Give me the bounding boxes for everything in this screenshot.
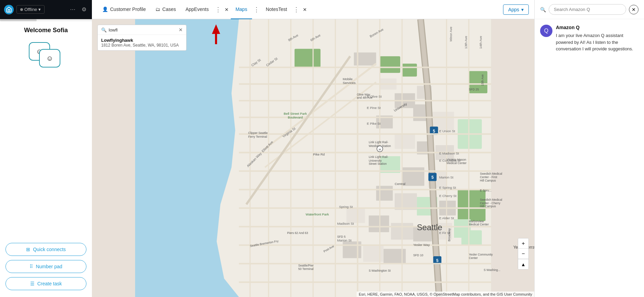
tab-appevents[interactable]: AppEvents: [181, 0, 214, 19]
svg-text:Link Light Rail-: Link Light Rail-: [369, 156, 388, 159]
svg-text:SFD 5: SFD 5: [337, 235, 346, 238]
chat-bubble-2: ☺: [39, 49, 60, 67]
svg-rect-25: [346, 208, 365, 223]
svg-text:Marion St: Marion St: [337, 238, 351, 242]
tab-label-maps: Maps: [236, 7, 247, 12]
svg-rect-32: [363, 245, 383, 262]
status-label: Offline: [24, 7, 37, 12]
customer-profile-icon: 👤: [102, 7, 108, 12]
result-name: Lowflyinghawk: [101, 38, 183, 43]
svg-text:Center: Center: [469, 256, 478, 260]
map-search-input[interactable]: [109, 27, 177, 33]
svg-text:Virginia Mason: Virginia Mason: [446, 158, 466, 161]
map-zoom-controls: + − ▲: [518, 238, 529, 270]
svg-text:Spring St: Spring St: [339, 205, 353, 209]
amazon-q-logo: Q: [544, 28, 548, 34]
sidebar-main-content: Welcome Sofia ☺ ☺ ⊞ Quick connects ⠿ Num…: [0, 21, 92, 297]
svg-rect-3: [402, 64, 417, 77]
top-bar: Offline ▾ ⋯ ⚙: [0, 0, 92, 19]
number-pad-button[interactable]: ⠿ Number pad: [5, 260, 86, 273]
offline-status-button[interactable]: Offline ▾: [16, 5, 45, 14]
result-address: 1812 Boren Ave, Seattle, WA, 98101, USA: [101, 43, 183, 48]
svg-text:Seattle/Pier: Seattle/Pier: [298, 264, 314, 267]
main-content: 👤 Customer Profile 🗂 Cases AppEvents ⋮ ✕…: [92, 0, 534, 297]
amazon-q-search-input[interactable]: [549, 4, 626, 15]
quick-connects-label: Quick connects: [33, 247, 66, 252]
svg-text:Clipper Seattle: Clipper Seattle: [248, 131, 268, 135]
svg-text:Medical Center: Medical Center: [469, 223, 489, 226]
svg-text:Ferry Terminal: Ferry Terminal: [248, 135, 267, 138]
close-panel-button[interactable]: ✕: [629, 5, 639, 14]
svg-text:E Spring St: E Spring St: [439, 186, 456, 189]
svg-text:E Madison St: E Madison St: [439, 151, 459, 155]
cases-icon: 🗂: [155, 7, 160, 12]
amazon-q-title: Amazon Q: [556, 25, 639, 30]
svg-text:Waterfront Park: Waterfront Park: [306, 212, 329, 216]
svg-text:Piers 62 And 63: Piers 62 And 63: [287, 231, 308, 235]
arrow-head: [212, 24, 220, 34]
svg-text:5: 5: [431, 175, 434, 180]
appevents-close-button[interactable]: ✕: [223, 7, 231, 12]
apps-chevron-icon: ▾: [521, 7, 524, 12]
svg-text:Olive Way: Olive Way: [357, 93, 371, 96]
tab-notestest[interactable]: NotesTest: [261, 0, 292, 19]
svg-text:13th Ave: 13th Ave: [464, 36, 468, 49]
map-container[interactable]: 5 5 5: [92, 19, 534, 297]
svg-rect-2: [380, 56, 400, 73]
svg-text:S Washing...: S Washing...: [484, 268, 500, 272]
amazon-q-avatar: Q: [540, 25, 552, 37]
svg-text:and 4th Ave: and 4th Ave: [357, 96, 373, 99]
tab-customer-profile[interactable]: 👤 Customer Profile: [97, 0, 151, 19]
tab-maps[interactable]: Maps: [231, 0, 252, 19]
search-icon: 🔍: [540, 7, 546, 12]
logo-icon: [4, 5, 14, 14]
tab-label-notestest: NotesTest: [266, 7, 287, 12]
notestest-more-icon[interactable]: ⋮: [292, 6, 301, 13]
tab-label-customer-profile: Customer Profile: [110, 7, 146, 12]
quick-connects-icon: ⊞: [26, 247, 30, 252]
arrow-shaft: [215, 34, 217, 44]
map-location-arrow: [212, 24, 220, 44]
zoom-out-button[interactable]: −: [518, 249, 528, 259]
svg-text:Broadway: Broadway: [448, 228, 451, 242]
svg-text:Minor Ave: Minor Ave: [449, 27, 453, 41]
appevents-more-icon[interactable]: ⋮: [214, 6, 223, 13]
map-svg: 5 5 5: [92, 19, 534, 297]
chat-illustration: ☺ ☺: [29, 42, 63, 70]
quick-connects-button[interactable]: ⊞ Quick connects: [5, 243, 86, 256]
svg-text:SFD 10: SFD 10: [413, 253, 423, 257]
maps-more-icon[interactable]: ⋮: [252, 6, 261, 13]
svg-text:Street Station: Street Station: [369, 162, 387, 165]
create-task-button[interactable]: ☰ Create task: [5, 277, 86, 290]
tab-cases[interactable]: 🗂 Cases: [151, 0, 181, 19]
apps-button[interactable]: Apps ▾: [503, 4, 529, 15]
svg-text:Swedish Medical: Swedish Medical: [480, 172, 502, 175]
compass-button[interactable]: ▲: [518, 259, 528, 269]
svg-rect-30: [454, 219, 471, 238]
tab-bar: 👤 Customer Profile 🗂 Cases AppEvents ⋮ ✕…: [92, 0, 534, 19]
svg-text:S Washington St: S Washington St: [369, 269, 391, 272]
svg-text:Harborview: Harborview: [469, 220, 484, 223]
svg-text:E Pike St: E Pike St: [367, 122, 381, 125]
map-search-result[interactable]: Lowflyinghawk 1812 Boren Ave, Seattle, W…: [98, 35, 186, 50]
svg-text:Center - Cherry: Center - Cherry: [480, 201, 501, 205]
zoom-in-button[interactable]: +: [518, 238, 528, 249]
svg-rect-1: [295, 49, 321, 67]
notestest-close-button[interactable]: ✕: [301, 7, 309, 12]
svg-rect-21: [376, 186, 393, 201]
svg-text:5: 5: [436, 258, 439, 263]
more-options-button[interactable]: ⋯: [69, 5, 77, 14]
svg-text:Marion St: Marion St: [439, 175, 454, 179]
settings-button[interactable]: ⚙: [80, 5, 88, 14]
map-search-clear-button[interactable]: ✕: [179, 27, 183, 33]
svg-text:14th Ave: 14th Ave: [479, 36, 482, 49]
status-dot: [20, 8, 23, 11]
tab-label-appevents: AppEvents: [186, 7, 209, 12]
number-pad-label: Number pad: [36, 264, 62, 269]
svg-text:Seattle: Seattle: [417, 223, 442, 232]
create-task-icon: ☰: [30, 281, 35, 286]
svg-text:Central: Central: [395, 182, 405, 186]
svg-text:Link Light Rail-: Link Light Rail-: [369, 140, 388, 144]
amazon-q-message: Q Amazon Q I am your live Amazon Q assis…: [535, 19, 644, 58]
svg-text:E Cherry St: E Cherry St: [439, 194, 457, 198]
